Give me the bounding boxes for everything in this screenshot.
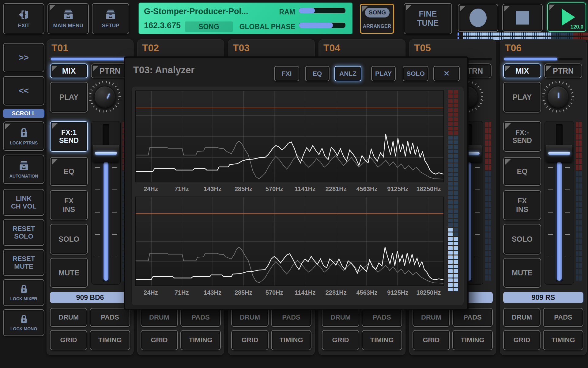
meter-segment	[498, 37, 499, 40]
timing-button[interactable]: TIMING	[90, 330, 130, 350]
meter-segment	[448, 113, 453, 117]
fx-ins-button[interactable]: FX INS	[50, 190, 88, 220]
channel-fader[interactable]	[91, 121, 121, 285]
main-menu-button[interactable]: MAIN MENU	[47, 3, 89, 34]
scroll-back-button[interactable]: <<	[3, 76, 44, 105]
timing-button[interactable]: TIMING	[180, 330, 221, 350]
drum-button[interactable]: DRUM	[141, 308, 178, 327]
fader-scale-right	[565, 167, 570, 277]
eq-tab-label: EQ	[313, 70, 322, 77]
stop-button[interactable]	[502, 4, 543, 32]
lock-mono-button[interactable]: LOCK MONO	[3, 309, 44, 336]
timing-button[interactable]: TIMING	[452, 330, 493, 350]
fine-tune-button[interactable]: FINE TUNE	[404, 3, 452, 34]
meter-segment	[579, 140, 582, 146]
timing-button[interactable]: TIMING	[543, 330, 583, 350]
mute-label: MUTE	[512, 269, 533, 277]
dialog-solo-button[interactable]: SOLO	[403, 66, 428, 81]
mute-button[interactable]: MUTE	[50, 258, 88, 288]
mode-indicator: SONG	[185, 21, 233, 32]
eq-button[interactable]: EQ	[50, 157, 88, 186]
meter-segment	[503, 33, 505, 36]
eq-tab-button[interactable]: EQ	[305, 66, 330, 81]
meter-segment	[526, 33, 527, 36]
meter-column	[576, 122, 579, 281]
timing-button[interactable]: TIMING	[362, 330, 402, 350]
dialog-play-button[interactable]: PLAY	[371, 66, 396, 81]
fxi-tab-button[interactable]: FXI	[274, 66, 299, 81]
exit-label: EXIT	[18, 23, 30, 29]
timing-button[interactable]: TIMING	[271, 330, 311, 350]
meter-segment	[535, 33, 536, 36]
pan-knob[interactable]	[89, 81, 121, 113]
meter-segment	[579, 202, 582, 207]
scroll-back-label: <<	[19, 86, 29, 96]
channel-fader[interactable]	[545, 121, 574, 285]
drum-button[interactable]: DRUM	[413, 308, 450, 327]
drum-button[interactable]: DRUM	[231, 308, 269, 327]
grid-button[interactable]: GRID	[503, 330, 541, 350]
drum-button[interactable]: DRUM	[503, 308, 541, 327]
solo-button[interactable]: SOLO	[50, 224, 88, 255]
meter-segment	[488, 220, 491, 225]
ptrn-button[interactable]: PTRN	[91, 63, 129, 78]
automation-button[interactable]: AUTOMATION	[3, 155, 44, 184]
meter-segment	[454, 232, 458, 236]
pads-button[interactable]: PADS	[90, 308, 130, 327]
meter-segment	[454, 278, 458, 282]
grid-button[interactable]: GRID	[50, 330, 87, 350]
anlz-tab-button[interactable]: ANLZ	[334, 66, 361, 81]
drum-button[interactable]: DRUM	[322, 308, 359, 327]
grid-button[interactable]: GRID	[322, 330, 359, 350]
link-ch-vol-button[interactable]: LINK CH VOL	[3, 189, 44, 216]
reset-solo-button[interactable]: RESET SOLO	[3, 219, 44, 246]
meter-segment	[488, 177, 491, 182]
meter-segment	[454, 113, 458, 117]
fx-send-button[interactable]: FX:1 SEND	[50, 121, 88, 152]
fader-handle[interactable]	[93, 145, 119, 162]
meter-segment	[586, 33, 588, 36]
meter-segment	[498, 33, 499, 36]
pads-button[interactable]: PADS	[452, 308, 493, 327]
drum-button[interactable]: DRUM	[50, 308, 87, 327]
lock-patterns-button[interactable]: LOCK PTRNS	[3, 121, 44, 151]
meter-segment	[448, 237, 453, 241]
play-button[interactable]: 120.0	[547, 2, 586, 32]
pads-button[interactable]: PADS	[180, 308, 221, 327]
fx-send-button[interactable]: FX:- SEND	[503, 121, 541, 152]
scroll-mode-badge: SCROLL	[3, 109, 44, 118]
song-arranger-button[interactable]: SONG ARRANGER	[360, 4, 394, 34]
fader-scale-left	[95, 167, 100, 277]
mute-button[interactable]: MUTE	[503, 258, 541, 288]
solo-button[interactable]: SOLO	[503, 224, 541, 255]
track-column: T06 MIX PTRN PLAY FX:- SEND EQ FX	[500, 39, 587, 355]
pan-knob[interactable]	[542, 81, 574, 113]
ptrn-button[interactable]: PTRN	[544, 63, 582, 78]
fx-ins-button[interactable]: FX INS	[503, 190, 541, 220]
exit-button[interactable]: EXIT	[3, 3, 44, 34]
drum-label: DRUM	[330, 313, 351, 321]
lock-mixer-button[interactable]: LOCK MIXER	[3, 279, 44, 306]
mix-button[interactable]: MIX	[50, 63, 88, 78]
reset-mute-button[interactable]: RESET MUTE	[3, 249, 44, 276]
track-play-button[interactable]: PLAY	[50, 82, 88, 113]
meter-segment	[576, 257, 579, 262]
eq-button[interactable]: EQ	[503, 157, 541, 186]
pads-button[interactable]: PADS	[271, 308, 311, 327]
pads-button[interactable]: PADS	[362, 308, 402, 327]
scroll-forward-button[interactable]: >>	[3, 43, 44, 72]
mix-button[interactable]: MIX	[503, 63, 541, 78]
record-button[interactable]	[458, 4, 498, 32]
meter-segment	[461, 33, 463, 36]
track-play-button[interactable]: PLAY	[503, 82, 541, 113]
grid-button[interactable]: GRID	[413, 330, 450, 350]
pads-button[interactable]: PADS	[543, 308, 583, 327]
meter-segment	[579, 275, 582, 281]
meter-segment	[458, 33, 459, 36]
meter-segment	[491, 33, 492, 36]
fader-handle[interactable]	[546, 145, 572, 162]
grid-button[interactable]: GRID	[231, 330, 269, 350]
close-icon[interactable]: ✕	[433, 66, 460, 81]
setup-button[interactable]: SETUP	[92, 3, 129, 34]
grid-button[interactable]: GRID	[141, 330, 178, 350]
